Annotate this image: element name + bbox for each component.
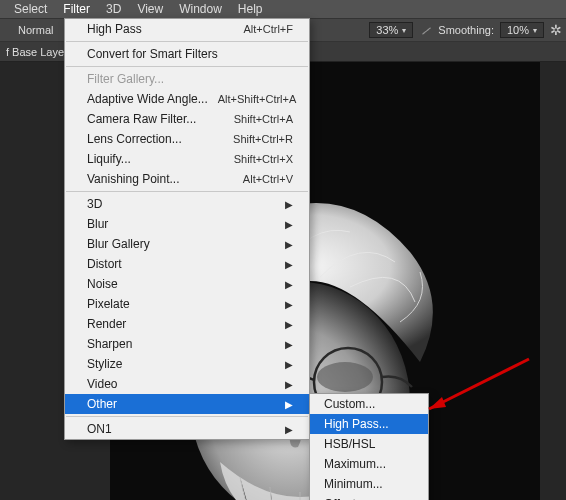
submenu-maximum[interactable]: Maximum... [310,454,428,474]
menu-window[interactable]: Window [171,2,230,16]
smoothing-text: 10% [507,24,529,36]
filter-camera-raw[interactable]: Camera Raw Filter... Shift+Ctrl+A [65,109,309,129]
chevron-down-icon: ▾ [402,26,406,35]
submenu-hsb-hsl[interactable]: HSB/HSL [310,434,428,454]
submenu-custom[interactable]: Custom... [310,394,428,414]
separator [66,66,308,67]
filter-sub-noise[interactable]: Noise▶ [65,274,309,294]
separator [66,41,308,42]
pressure-icon[interactable]: ⟋ [419,23,432,38]
filter-sub-other[interactable]: Other▶ [65,394,309,414]
filter-convert-smart[interactable]: Convert for Smart Filters [65,44,309,64]
chevron-right-icon: ▶ [285,379,293,390]
filter-sub-distort[interactable]: Distort▶ [65,254,309,274]
filter-other-submenu: Custom... High Pass... HSB/HSL Maximum..… [309,393,429,500]
filter-sub-pixelate[interactable]: Pixelate▶ [65,294,309,314]
document-tab[interactable]: f Base Laye [6,46,64,58]
filter-sub-blur-gallery[interactable]: Blur Gallery▶ [65,234,309,254]
chevron-right-icon: ▶ [285,424,293,435]
filter-sub-render[interactable]: Render▶ [65,314,309,334]
filter-recent[interactable]: High Pass Alt+Ctrl+F [65,19,309,39]
chevron-right-icon: ▶ [285,319,293,330]
filter-gallery: Filter Gallery... [65,69,309,89]
smoothing-label: Smoothing: [438,24,494,36]
menu-help[interactable]: Help [230,2,271,16]
filter-sub-stylize[interactable]: Stylize▶ [65,354,309,374]
svg-point-2 [317,362,373,392]
chevron-right-icon: ▶ [285,299,293,310]
filter-recent-label: High Pass [87,22,142,36]
chevron-right-icon: ▶ [285,339,293,350]
chevron-right-icon: ▶ [285,239,293,250]
submenu-minimum[interactable]: Minimum... [310,474,428,494]
filter-sub-3d[interactable]: 3D▶ [65,194,309,214]
zoom-text: 33% [376,24,398,36]
chevron-right-icon: ▶ [285,219,293,230]
separator [66,416,308,417]
filter-sub-video[interactable]: Video▶ [65,374,309,394]
filter-adaptive-wide-angle[interactable]: Adaptive Wide Angle... Alt+Shift+Ctrl+A [65,89,309,109]
chevron-right-icon: ▶ [285,259,293,270]
menu-3d[interactable]: 3D [98,2,129,16]
submenu-offset[interactable]: Offset... [310,494,428,500]
submenu-high-pass[interactable]: High Pass... [310,414,428,434]
blend-mode-select[interactable]: Normal [10,22,61,38]
filter-vanishing-point[interactable]: Vanishing Point... Alt+Ctrl+V [65,169,309,189]
chevron-right-icon: ▶ [285,399,293,410]
separator [66,191,308,192]
gear-icon[interactable]: ✲ [550,22,562,38]
menu-view[interactable]: View [129,2,171,16]
menubar: Select Filter 3D View Window Help [0,0,566,18]
filter-dropdown: High Pass Alt+Ctrl+F Convert for Smart F… [64,18,310,440]
chevron-right-icon: ▶ [285,199,293,210]
chevron-right-icon: ▶ [285,359,293,370]
filter-lens-correction[interactable]: Lens Correction... Shift+Ctrl+R [65,129,309,149]
filter-sub-sharpen[interactable]: Sharpen▶ [65,334,309,354]
filter-sub-on1[interactable]: ON1▶ [65,419,309,439]
menu-filter[interactable]: Filter [55,2,98,16]
filter-sub-blur[interactable]: Blur▶ [65,214,309,234]
filter-liquify[interactable]: Liquify... Shift+Ctrl+X [65,149,309,169]
zoom-value[interactable]: 33% ▾ [369,22,413,38]
menu-select[interactable]: Select [6,2,55,16]
chevron-down-icon: ▾ [533,26,537,35]
smoothing-value[interactable]: 10% ▾ [500,22,544,38]
chevron-right-icon: ▶ [285,279,293,290]
filter-recent-shortcut: Alt+Ctrl+F [233,23,293,35]
